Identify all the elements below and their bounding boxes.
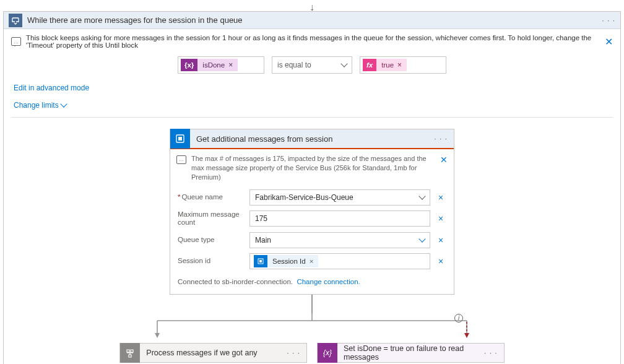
queue-name-label: *Queue name xyxy=(178,193,245,202)
until-loop-header[interactable]: While there are more messages for the se… xyxy=(4,12,620,29)
process-messages-title: Process messages if we got any xyxy=(146,349,280,357)
set-isdone-menu[interactable]: · · · xyxy=(478,349,504,357)
variable-token[interactable]: isDone × xyxy=(197,59,238,71)
clear-session-id-button[interactable]: × xyxy=(435,256,446,266)
condition-icon xyxy=(120,343,140,363)
session-id-row: Session id Session Id × × xyxy=(170,251,454,272)
get-messages-info: … The max # of messages is 175, impacted… xyxy=(170,149,454,187)
until-loop-title: While there are more messages for the se… xyxy=(27,15,602,25)
until-loop-icon xyxy=(9,14,22,27)
until-loop-menu[interactable]: · · · xyxy=(602,16,615,25)
branch-connector: i xyxy=(77,313,547,343)
expression-icon: fx xyxy=(363,59,376,71)
session-id-input[interactable]: Session Id × xyxy=(249,253,430,269)
queue-name-value: Fabrikam-Service-Bus-Queue xyxy=(255,193,353,202)
expression-value: true xyxy=(381,61,394,69)
max-count-label: Maximum messagecount xyxy=(178,210,245,228)
connection-info: Connected to sb-inorder-connection. Chan… xyxy=(170,272,454,294)
service-bus-icon xyxy=(170,129,190,149)
max-count-input[interactable]: 175 xyxy=(249,210,430,227)
process-messages-menu[interactable]: · · · xyxy=(280,349,306,357)
comment-icon: … xyxy=(176,155,186,164)
operator-label: is equal to xyxy=(277,61,311,69)
svg-rect-3 xyxy=(259,260,262,262)
expression-token[interactable]: true × xyxy=(376,59,407,71)
session-id-label: Session id xyxy=(178,257,245,266)
chevron-down-icon xyxy=(418,235,425,242)
get-messages-title: Get additional messages from session xyxy=(196,134,434,144)
remove-variable-button[interactable]: × xyxy=(228,61,233,69)
queue-type-row: Queue type Main × xyxy=(170,230,454,251)
process-messages-action[interactable]: Process messages if we got any · · · xyxy=(119,343,307,363)
clear-max-count-button[interactable]: × xyxy=(435,214,446,223)
chevron-down-icon xyxy=(60,100,67,107)
edit-advanced-mode-link[interactable]: Edit in advanced mode xyxy=(14,84,89,92)
variable-icon: {x} xyxy=(181,59,197,71)
queue-type-select[interactable]: Main xyxy=(249,232,430,248)
dismiss-info-button[interactable]: ✕ xyxy=(605,36,613,48)
set-isdone-action[interactable]: {x} Set isDone = true on failure to read… xyxy=(317,343,505,363)
chevron-down-icon xyxy=(340,60,347,67)
queue-type-label: Queue type xyxy=(178,236,245,245)
session-id-token[interactable]: Session Id × xyxy=(254,255,318,267)
max-count-value: 175 xyxy=(255,214,267,223)
session-id-token-label: Session Id xyxy=(272,258,306,265)
remove-session-token-button[interactable]: × xyxy=(310,258,314,265)
chevron-down-icon xyxy=(418,193,425,199)
service-bus-icon xyxy=(254,255,267,267)
max-count-row: Maximum messagecount 175 × xyxy=(170,208,454,230)
get-messages-header[interactable]: Get additional messages from session · ·… xyxy=(170,129,454,149)
queue-type-value: Main xyxy=(255,236,271,245)
loop-body: Get additional messages from session · ·… xyxy=(4,118,620,364)
info-icon[interactable]: i xyxy=(454,314,463,323)
condition-left-operand[interactable]: {x} isDone × xyxy=(178,56,264,74)
until-info-text: This block keeps asking for more message… xyxy=(26,34,605,49)
variable-name: isDone xyxy=(202,61,225,69)
remove-expression-button[interactable]: × xyxy=(397,61,402,69)
variable-icon: {x} xyxy=(318,343,337,363)
condition-right-operand[interactable]: fx true × xyxy=(360,56,446,74)
until-info-bar: … This block keeps asking for more messa… xyxy=(4,29,620,54)
svg-rect-1 xyxy=(178,137,182,141)
set-isdone-title: Set isDone = true on failure to read mes… xyxy=(344,344,478,362)
queue-name-row: *Queue name Fabrikam-Service-Bus-Queue × xyxy=(170,187,454,208)
comment-icon: … xyxy=(11,37,21,46)
get-messages-menu[interactable]: · · · xyxy=(434,134,448,143)
clear-queue-name-button[interactable]: × xyxy=(435,193,446,202)
change-connection-link[interactable]: Change connection. xyxy=(297,278,360,285)
change-limits-label: Change limits xyxy=(14,101,59,110)
connector-line xyxy=(311,295,313,313)
change-limits-link[interactable]: Change limits xyxy=(14,101,66,110)
get-messages-card: Get additional messages from session · ·… xyxy=(170,129,454,295)
condition-row: {x} isDone × is equal to fx true × xyxy=(4,54,620,81)
dismiss-inner-info-button[interactable]: ✕ xyxy=(440,154,448,166)
condition-operator-select[interactable]: is equal to xyxy=(272,56,352,74)
clear-queue-type-button[interactable]: × xyxy=(435,235,446,245)
until-loop-card: While there are more messages for the se… xyxy=(3,11,621,364)
get-messages-info-text: The max # of messages is 175, impacted b… xyxy=(191,154,435,182)
until-links: Edit in advanced mode Change limits xyxy=(4,81,620,117)
queue-name-input[interactable]: Fabrikam-Service-Bus-Queue xyxy=(249,189,430,206)
session-id-token-body: Session Id × xyxy=(267,255,318,267)
connection-text: Connected to sb-inorder-connection. xyxy=(178,278,293,285)
branch-boxes: Process messages if we got any · · · {x}… xyxy=(117,343,506,363)
